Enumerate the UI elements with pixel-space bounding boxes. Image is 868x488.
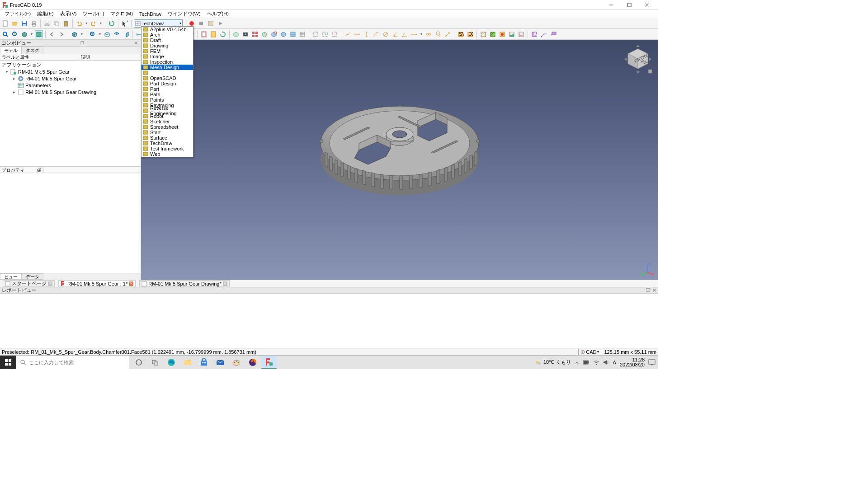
weather-widget[interactable]: 10°C くもり [534,359,571,366]
workbench-option[interactable]: Sketcher [142,119,193,124]
workbench-option[interactable]: Reverse Engineering [142,108,193,113]
symbol-icon[interactable] [498,30,506,38]
dim-radius-icon[interactable] [372,30,380,38]
page-template-icon[interactable] [209,30,217,38]
nav-back-icon[interactable] [48,30,56,38]
tab-close-icon[interactable]: ✕ [48,282,52,286]
store-icon[interactable] [196,356,212,369]
firefox-icon[interactable] [245,356,260,369]
tree-item[interactable]: Parameters [1,82,140,89]
menu-macro[interactable]: マクロ(M) [108,10,136,18]
tray-wifi-icon[interactable] [593,360,599,365]
fit-all-icon[interactable] [1,30,9,38]
workbench-option[interactable]: Spreadsheet [142,124,193,130]
page-default-icon[interactable] [200,30,208,38]
whatsthis-icon[interactable]: ? [121,19,129,28]
workbench-option[interactable] [142,70,193,75]
tab-task[interactable]: タスク [22,47,43,54]
edge-icon[interactable] [164,356,179,369]
export-dxf-icon[interactable]: DXF [466,30,474,38]
leader-line-icon[interactable] [540,30,548,38]
tray-ime-icon[interactable]: A [613,360,616,365]
workbench-option[interactable]: OpenSCAD [142,75,193,81]
fit-selection-icon[interactable] [11,30,19,38]
draw-style-dropdown-icon[interactable]: ▾ [30,32,33,36]
tree-item[interactable]: ▾RM-01 Mk.5 Spur Gear [1,68,140,75]
workbench-option[interactable]: Points [142,97,193,103]
3d-viewport[interactable]: FRONT RIGHT x y z [141,40,658,280]
bounding-box-icon[interactable] [35,30,43,38]
macro-play-icon[interactable] [216,19,224,28]
dim-length-icon[interactable] [344,30,352,38]
clip-add-icon[interactable]: + [321,30,329,38]
new-file-icon[interactable] [1,19,9,28]
menu-help[interactable]: ヘルプ(H) [204,10,231,18]
tab-model[interactable]: モデル [0,47,22,54]
taskbar-clock[interactable]: 11:28 2022/03/20 [620,357,645,367]
copy-icon[interactable] [52,19,61,28]
workbench-option[interactable]: Web [142,151,193,157]
dim-vertical-icon[interactable] [363,30,371,38]
clip-remove-icon[interactable]: − [330,30,339,38]
workbench-option[interactable]: TechDraw [142,141,193,146]
redraw-page-icon[interactable] [219,30,227,38]
macro-stop-icon[interactable] [197,19,205,28]
menu-view[interactable]: 表示(V) [57,10,80,18]
workbench-option[interactable]: Test framework [142,146,193,151]
search-input[interactable] [29,360,125,365]
zoom-dropdown-icon[interactable]: ▾ [98,32,102,36]
refresh-icon[interactable] [108,19,116,28]
draft-view-icon[interactable] [279,30,288,38]
balloon-icon[interactable] [434,30,442,38]
menu-file[interactable]: ファイル(F) [2,10,33,18]
tray-battery-icon[interactable] [583,360,590,365]
workbench-option[interactable]: Drawing [142,43,193,48]
hatch-icon[interactable] [479,30,487,38]
workbench-option[interactable]: Start [142,130,193,135]
dim-diameter-icon[interactable] [382,30,390,38]
freecad-taskbar-icon[interactable] [261,356,277,369]
maximize-button[interactable] [620,0,638,9]
workbench-option[interactable]: FEM [142,48,193,54]
workbench-option[interactable]: Draft [142,38,193,43]
dim-link-icon[interactable] [425,30,433,38]
paint-icon[interactable] [229,356,244,369]
workbench-dropdown[interactable]: A2plus V0.4.54bArchDraftDrawingFEMImageI… [141,26,193,157]
nav-style-selector[interactable]: CAD ▾ [578,349,601,355]
minimize-button[interactable] [602,0,620,9]
nav-forward-icon[interactable] [57,30,66,38]
workbench-option[interactable]: Arch [142,32,193,38]
tree-view[interactable]: アプリケーション ▾RM-01 Mk.5 Spur Gear▸RM-01 Mk.… [0,61,141,166]
annotation-icon[interactable]: A [530,30,538,38]
menu-window[interactable]: ウインドウ(W) [165,10,203,18]
open-file-icon[interactable] [11,19,19,28]
projection-group-icon[interactable] [251,30,259,38]
prop-tab-data[interactable]: データ [22,273,43,280]
view-right-icon[interactable] [122,30,130,38]
workbench-option[interactable]: Part Design [142,81,193,86]
arch-view-icon[interactable] [289,30,297,38]
action-center-icon[interactable] [648,359,656,366]
tree-item[interactable]: ▸RM-01 Mk.5 Spur Gear [1,75,140,82]
tree-item[interactable]: ▸RM-01 Mk.5 Spur Gear Drawing [1,89,140,95]
geom-hatch-icon[interactable] [489,30,497,38]
dim-angle-icon[interactable] [391,30,399,38]
workbench-option[interactable]: Inspection [142,59,193,65]
taskbar-search[interactable] [16,356,129,369]
rich-annotation-icon[interactable] [549,30,557,38]
print-icon[interactable] [30,19,38,28]
report-float-icon[interactable]: ❐ [646,287,651,293]
report-close-icon[interactable]: ✕ [652,287,656,293]
paste-icon[interactable] [62,19,70,28]
view-front-icon[interactable] [103,30,111,38]
detail-view-icon[interactable] [270,30,278,38]
dim-3pt-angle-icon[interactable] [401,30,409,38]
view-insert-icon[interactable] [232,30,240,38]
macro-list-icon[interactable] [207,19,215,28]
workbench-option[interactable]: Part [142,86,193,92]
view-top-icon[interactable] [113,30,121,38]
mail-icon[interactable] [212,356,228,369]
start-button[interactable] [0,356,16,369]
panel-float-icon[interactable]: ❐ [79,41,85,45]
workbench-option[interactable]: A2plus V0.4.54b [142,27,193,32]
